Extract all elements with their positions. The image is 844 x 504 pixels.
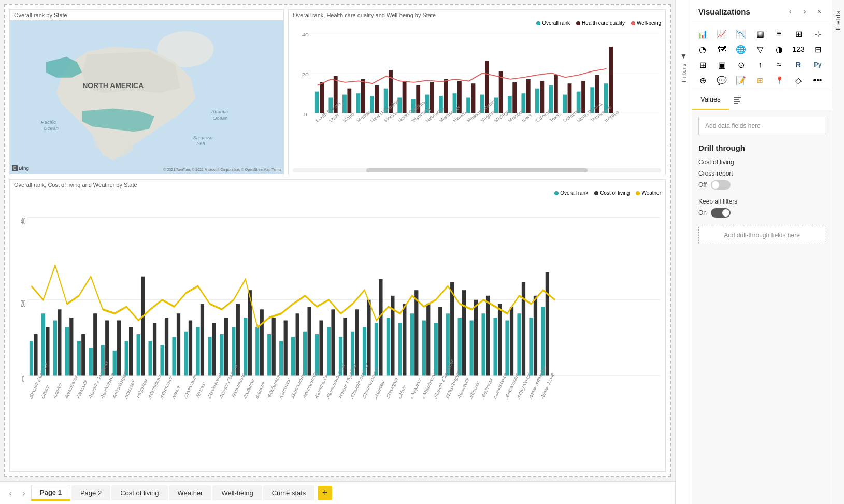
svg-rect-44	[512, 82, 517, 113]
svg-rect-47	[535, 89, 539, 113]
viz-icon-column-chart[interactable]: 📈	[714, 26, 729, 41]
cross-report-toggle-row: Off	[698, 180, 825, 190]
panel-title: Visualizations	[698, 7, 750, 16]
chart1-visual: Overall rank, Health care quality and We…	[288, 9, 666, 175]
tab-page1[interactable]: Page 1	[31, 485, 70, 501]
svg-text:Maine: Maine	[255, 379, 265, 401]
svg-rect-147	[387, 318, 390, 375]
panel-tab-bar: Values	[692, 91, 832, 110]
viz-icon-waterfall[interactable]: ⊞	[791, 26, 806, 41]
drill-through-title: Drill through	[698, 143, 825, 152]
tab-nav-next[interactable]: ›	[18, 487, 30, 499]
panel-tab-values[interactable]: Values	[692, 91, 729, 110]
viz-icon-area-chart[interactable]: ▦	[753, 26, 767, 41]
viz-icon-paginated[interactable]: ⊞	[753, 73, 767, 88]
tab-weather[interactable]: Weather	[169, 485, 212, 500]
svg-rect-34	[444, 79, 448, 113]
chart1-scrollbar[interactable]	[293, 168, 661, 172]
svg-rect-20	[347, 89, 351, 113]
svg-rect-134	[307, 307, 311, 376]
svg-text:Indiana: Indiana	[243, 376, 255, 401]
svg-rect-162	[474, 300, 478, 376]
svg-rect-118	[212, 323, 216, 376]
svg-rect-160	[462, 290, 466, 375]
format-icon	[733, 96, 742, 105]
viz-icon-slicer[interactable]: ≈	[772, 57, 786, 72]
panel-close-btn[interactable]: ×	[813, 5, 825, 18]
svg-rect-48	[540, 81, 544, 113]
viz-icon-qna[interactable]: 💬	[714, 73, 729, 88]
viz-icon-ribbon-chart[interactable]: ≡	[772, 26, 786, 41]
svg-rect-131	[291, 337, 295, 375]
fields-side-tab[interactable]: Fields	[832, 0, 844, 504]
svg-rect-222	[734, 103, 738, 104]
viz-icon-gauge[interactable]: ◑	[772, 42, 786, 56]
viz-icon-table[interactable]: ⊟	[810, 42, 825, 56]
viz-icon-bar-chart[interactable]: 📊	[695, 26, 710, 41]
svg-rect-136	[319, 321, 323, 376]
viz-icon-shape[interactable]: ◇	[791, 73, 806, 88]
tab-nav-prev[interactable]: ‹	[4, 487, 17, 499]
svg-rect-38	[471, 83, 476, 113]
map-bg: Pacific Ocean Atlantic Ocean Sargasso Se…	[10, 20, 283, 174]
filter-icon: ▼	[680, 52, 688, 60]
viz-icon-funnel[interactable]: ▽	[753, 42, 767, 56]
svg-text:Ohio: Ohio	[398, 382, 407, 401]
svg-text:Utah: Utah	[327, 113, 340, 123]
svg-rect-138	[331, 309, 335, 375]
tab-add-button[interactable]: +	[318, 486, 332, 500]
chart1-svg-container: 40 20 0	[289, 27, 665, 168]
viz-icon-scatter[interactable]: ⊹	[810, 26, 825, 41]
viz-icon-treemap[interactable]: ▣	[714, 57, 729, 72]
keep-filters-toggle[interactable]	[711, 208, 731, 218]
viz-icon-card[interactable]: 123	[791, 42, 806, 56]
cross-report-toggle[interactable]	[711, 180, 731, 190]
svg-rect-137	[327, 327, 331, 376]
legend-item-3: Well-being	[631, 20, 661, 26]
viz-icon-pie[interactable]: ◔	[695, 42, 710, 56]
panel-tab-format[interactable]	[729, 91, 746, 110]
svg-rect-170	[522, 282, 525, 375]
svg-rect-172	[534, 296, 537, 376]
viz-icon-arcgis[interactable]: 📍	[772, 73, 786, 88]
viz-icon-donut[interactable]: ⊙	[734, 57, 748, 72]
viz-icon-smartnarrative[interactable]: 📝	[734, 73, 748, 88]
svg-text:0: 0	[22, 373, 24, 384]
panel-next-btn[interactable]: ›	[798, 5, 811, 18]
svg-rect-165	[493, 318, 497, 375]
tab-crime-stats[interactable]: Crime stats	[263, 485, 315, 500]
svg-rect-111	[172, 337, 176, 375]
viz-icon-more[interactable]: •••	[810, 73, 825, 88]
chart1-svg: 40 20 0	[291, 27, 663, 168]
keep-filters-section: Keep all filters On	[698, 198, 825, 218]
cost-of-living-label: Cost of living	[698, 159, 825, 166]
svg-rect-168	[510, 307, 513, 376]
keep-filters-state-label: On	[698, 209, 707, 217]
tab-cost-of-living[interactable]: Cost of living	[111, 485, 167, 500]
svg-rect-94	[69, 318, 73, 375]
viz-icon-kpi[interactable]: ↑	[753, 57, 767, 72]
svg-rect-154	[426, 304, 430, 376]
svg-rect-115	[196, 327, 199, 376]
viz-icon-line-chart[interactable]: 📉	[734, 26, 748, 41]
panel-prev-btn[interactable]: ‹	[784, 5, 796, 18]
filters-sidebar[interactable]: ▼ Filters	[675, 0, 692, 504]
viz-icon-decomp[interactable]: ⊕	[695, 73, 710, 88]
viz-icon-matrix[interactable]: ⊞	[695, 57, 710, 72]
keep-filters-label: Keep all filters	[698, 198, 825, 205]
viz-icon-filled-map[interactable]: 🌐	[734, 42, 748, 56]
map-visual: Overall rank by State	[9, 9, 284, 175]
svg-rect-105	[137, 334, 140, 376]
viz-icon-R[interactable]: R	[791, 57, 806, 72]
svg-rect-164	[486, 296, 490, 376]
viz-icon-map[interactable]: 🗺	[714, 42, 729, 56]
values-add-box[interactable]: Add data fields here	[698, 117, 825, 135]
svg-rect-50	[554, 75, 558, 113]
svg-rect-128	[272, 318, 276, 375]
tab-wellbeing[interactable]: Well-being	[212, 485, 262, 500]
svg-rect-19	[342, 95, 347, 113]
tab-page2[interactable]: Page 2	[71, 485, 110, 500]
drill-fields-box[interactable]: Add drill-through fields here	[698, 226, 825, 244]
viz-icon-python[interactable]: Py	[810, 57, 825, 72]
svg-rect-169	[517, 313, 521, 375]
